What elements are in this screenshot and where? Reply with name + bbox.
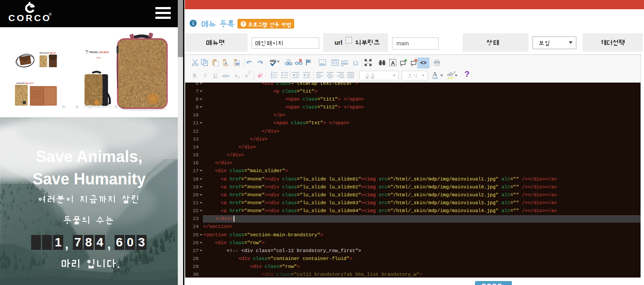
svg-text:A: A <box>391 60 395 66</box>
svg-text:2: 2 <box>248 71 250 75</box>
svg-text:A: A <box>224 61 227 66</box>
svg-text:Ω: Ω <box>353 59 358 67</box>
svg-text:B: B <box>192 72 196 79</box>
svg-text:abe: abe <box>222 73 230 78</box>
svg-text:<>: <> <box>420 60 426 66</box>
svg-text:2: 2 <box>237 76 239 79</box>
svg-text:x: x <box>234 72 237 79</box>
svg-text:x: x <box>245 72 248 79</box>
svg-text:A: A <box>341 59 344 63</box>
svg-text:W: W <box>236 62 239 66</box>
svg-text:3: 3 <box>270 76 272 79</box>
svg-text:A: A <box>341 63 344 67</box>
svg-text:I: I <box>203 72 206 79</box>
svg-text:U: U <box>213 72 217 79</box>
